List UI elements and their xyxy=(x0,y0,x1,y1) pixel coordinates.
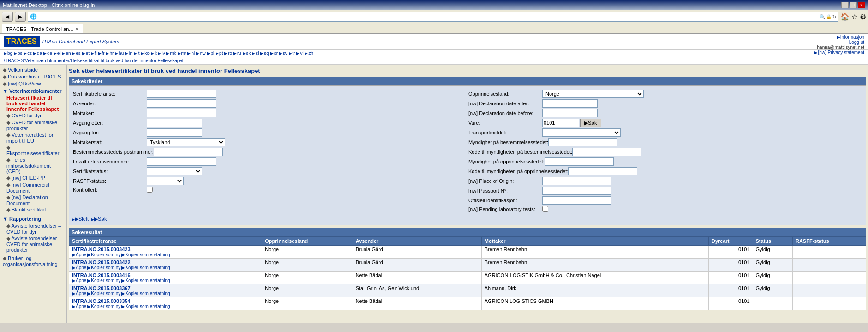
sidebar-item-felles[interactable]: ◆ Felles innførselsdokument (CED) xyxy=(6,157,65,175)
input-avsender[interactable] xyxy=(147,99,216,108)
input-myndighet-oppr[interactable] xyxy=(545,157,614,166)
star-icon[interactable]: ☆ xyxy=(851,12,858,21)
action-link-åpne[interactable]: ▶Åpne xyxy=(72,291,86,296)
sidebar-item-avviste-cved-dyr[interactable]: ◆ Avviste forsendelser – CVED for dyr xyxy=(6,223,65,235)
select-sertifikatstatus[interactable] xyxy=(147,167,202,175)
sidebar-item-helsesertifikater[interactable]: Helsesertifikater til bruk ved handel in… xyxy=(6,95,65,112)
cert-ref-link: INTRA.NO.2015.0003354 xyxy=(72,298,131,304)
row-actions: ▶Åpne ▶Kopier som ny ▶Kopier som erstatn… xyxy=(72,252,259,257)
input-offisiell[interactable] xyxy=(542,196,611,205)
input-kode-myndighet-best[interactable] xyxy=(572,148,641,156)
action-link-kopier-som-erstatning[interactable]: ▶Kopier som erstatning xyxy=(121,265,170,270)
slett-link[interactable]: ▶Slett xyxy=(72,216,89,222)
minimize-button[interactable]: _ xyxy=(841,2,849,8)
input-vare[interactable] xyxy=(542,119,579,127)
action-link-kopier-som-ny[interactable]: ▶Kopier som ny xyxy=(87,304,120,309)
url-input[interactable]: https://webgate.ec.europa.eu/sanco/trace… xyxy=(38,14,819,19)
action-link-kopier-som-erstatning[interactable]: ▶Kopier som erstatning xyxy=(121,252,170,257)
search-form: Sertifikatreferanse: Avsender: Mottaker: xyxy=(69,85,866,225)
sidebar-item-commercial[interactable]: ◆ [nw] Commercial Document xyxy=(6,181,65,194)
sidebar-section-rapportering[interactable]: ▼ Rapportering xyxy=(2,215,65,223)
action-link-kopier-som-erstatning[interactable]: ▶Kopier som erstatning xyxy=(121,291,170,296)
input-kode-myndighet-oppr[interactable] xyxy=(568,167,637,175)
input-sertifikatreferanse[interactable] xyxy=(147,90,216,98)
input-declaration-after[interactable] xyxy=(542,99,598,108)
restore-button[interactable]: □ xyxy=(850,2,857,8)
sidebar-item-velkomstside[interactable]: ◆ Velkomstside xyxy=(2,66,65,73)
sidebar-item-bruker-org[interactable]: ◆ Bruker- og organisasjonsforvaltning xyxy=(2,255,65,267)
info-link[interactable]: ▶Informasjon xyxy=(814,35,864,40)
sidebar-item-avviste-cved-animalske[interactable]: ◆ Avviste forsendelser – CVED for animal… xyxy=(6,235,65,253)
sidebar-section-veterinar[interactable]: ▼ Veterinærdokumenter xyxy=(2,87,65,95)
back-button[interactable]: ◄ xyxy=(2,12,13,22)
action-link-kopier-som-ny[interactable]: ▶Kopier som ny xyxy=(87,291,120,296)
action-link-åpne[interactable]: ▶Åpne xyxy=(72,278,86,283)
address-bar: 🌐 https://webgate.ec.europa.eu/sanco/tra… xyxy=(28,12,838,22)
sidebar-item-datavarehus[interactable]: ◆ Datavarehus i TRACES xyxy=(2,73,65,80)
col-avsender: Avsender xyxy=(353,237,481,246)
tab-close-icon[interactable]: ✕ xyxy=(75,27,79,31)
site-icon: 🌐 xyxy=(30,13,37,20)
sidebar-item-eksport[interactable]: ◆ Eksporthelsesertifikater xyxy=(6,144,65,157)
forward-button[interactable]: ► xyxy=(15,12,26,22)
search-addr-icon[interactable]: 🔍 xyxy=(820,14,825,19)
row-sertifikatstatus: Sertifikatstatus: xyxy=(73,167,467,175)
sidebar-item-qlikview[interactable]: ◆ [nw] QlikkView xyxy=(2,80,65,87)
sidebar-item-veterinarattest[interactable]: ◆ Veterinærattest for import til EU xyxy=(6,132,65,144)
label-myndighet-oppr: Myndighet på opprinnelsesstedet: xyxy=(468,159,545,164)
form-grid: Sertifikatreferanse: Avsender: Mottaker: xyxy=(72,89,863,214)
vare-search-button[interactable]: ▶Søk xyxy=(580,119,601,127)
select-mottakerstat[interactable]: Tyskland xyxy=(147,138,225,146)
action-link-åpne[interactable]: ▶Åpne xyxy=(72,304,86,309)
privacy-link[interactable]: ▶[nw] Privacy statement xyxy=(814,50,864,55)
label-postnummer: Bestemmelsesstedets postnummer: xyxy=(73,149,154,155)
logout-link[interactable]: Logg ut xyxy=(814,40,864,45)
col-mottaker: Mottaker xyxy=(481,237,708,246)
checkbox-kontrollert[interactable] xyxy=(147,187,153,193)
tab-traces[interactable]: TRACES - Trade Control an... ✕ xyxy=(2,24,83,33)
input-postnummer[interactable] xyxy=(154,148,223,156)
sidebar-group-rapportering: ◆ Avviste forsendelser – CVED for dyr ◆ … xyxy=(6,223,65,253)
cell-sertifikatreferanse: INTRA.NO.2015.0003416▶Åpne ▶Kopier som n… xyxy=(69,272,262,284)
settings-icon[interactable]: ⚙ xyxy=(860,12,866,21)
sok-link[interactable]: ▶Søk xyxy=(91,216,107,222)
cell-status: Gyldig xyxy=(753,246,792,259)
input-mottaker[interactable] xyxy=(147,109,216,117)
action-link-kopier-som-ny[interactable]: ▶Kopier som ny xyxy=(87,278,120,283)
input-avgang-etter[interactable] xyxy=(147,119,202,127)
select-transportmiddel[interactable] xyxy=(542,128,621,137)
sidebar-item-ched-pp[interactable]: ◆ [nw] CHED-PP xyxy=(6,175,65,181)
bullet: ◆ xyxy=(3,81,8,86)
top-right-links: ▶Informasjon Logg ut hanna@mattilsynet.n… xyxy=(814,35,864,55)
input-avgang-for[interactable] xyxy=(147,128,202,137)
label-kontrollert: Kontrollert: xyxy=(73,187,147,193)
cell-status xyxy=(753,297,792,310)
action-link-åpne[interactable]: ▶Åpne xyxy=(72,252,86,257)
row-mottaker: Mottaker: xyxy=(73,109,467,117)
sidebar-item-cved-dyr[interactable]: ◆ CVED for dyr xyxy=(6,112,65,119)
row-postnummer: Bestemmelsesstedets postnummer: xyxy=(73,148,467,156)
action-link-kopier-som-erstatning[interactable]: ▶Kopier som erstatning xyxy=(121,278,170,283)
input-place-of-origin[interactable] xyxy=(542,177,611,185)
label-myndighet-best: Myndighet på bestemmelsesstedet: xyxy=(468,139,548,145)
sidebar-item-blankt[interactable]: ◆ Blankt sertifikat xyxy=(6,206,65,213)
refresh-icon[interactable]: ↻ xyxy=(832,14,836,19)
action-link-kopier-som-erstatning[interactable]: ▶Kopier som erstatning xyxy=(121,304,170,309)
close-button[interactable]: ✕ xyxy=(858,2,865,8)
home-icon[interactable]: 🏠 xyxy=(840,12,850,21)
action-link-kopier-som-ny[interactable]: ▶Kopier som ny xyxy=(87,265,120,270)
input-lokalt-ref[interactable] xyxy=(147,157,216,166)
input-declaration-before[interactable] xyxy=(542,109,598,117)
sidebar-item-declaration[interactable]: ◆ [nw] Declaration Document xyxy=(6,194,65,206)
select-opprinnelsesland[interactable]: Norge xyxy=(542,90,644,98)
action-link-åpne[interactable]: ▶Åpne xyxy=(72,265,86,270)
select-rasff[interactable] xyxy=(147,177,184,185)
row-mottakerstat: Mottakerstat: Tyskland xyxy=(73,138,467,146)
sidebar-item-cved-animalske[interactable]: ◆ CVED for animalske produkter xyxy=(6,119,65,132)
page-title: Søk etter helsesertifikater til bruk ved… xyxy=(69,66,866,75)
titlebar-title: Mattilsynet Desktop - Citrix online plug… xyxy=(3,2,95,8)
input-passport[interactable] xyxy=(542,187,611,195)
input-myndighet-best[interactable] xyxy=(548,138,617,146)
checkbox-pending-lab[interactable] xyxy=(542,206,548,212)
action-link-kopier-som-ny[interactable]: ▶Kopier som ny xyxy=(87,252,120,257)
